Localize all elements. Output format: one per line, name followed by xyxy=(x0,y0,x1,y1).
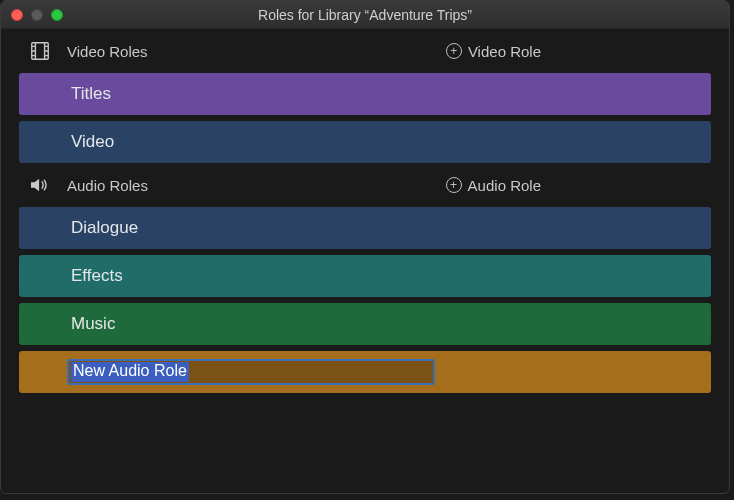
roles-editor-window: Roles for Library “Adventure Trips” Vide… xyxy=(0,0,730,494)
role-label: Music xyxy=(71,314,115,334)
role-label: Dialogue xyxy=(71,218,138,238)
role-row-titles[interactable]: Titles xyxy=(19,73,711,115)
add-audio-role-button[interactable]: Audio Role xyxy=(446,177,541,194)
add-video-role-label: Video Role xyxy=(468,43,541,60)
film-icon xyxy=(29,40,53,62)
zoom-window-button[interactable] xyxy=(51,9,63,21)
video-roles-header: Video Roles Video Role xyxy=(1,29,729,73)
audio-roles-list: Dialogue Effects Music New Audio Role xyxy=(1,207,729,393)
add-video-role-button[interactable]: Video Role xyxy=(446,43,541,60)
minimize-window-button[interactable] xyxy=(31,9,43,21)
audio-roles-header: Audio Roles Audio Role xyxy=(1,163,729,207)
speaker-icon xyxy=(29,176,53,194)
close-window-button[interactable] xyxy=(11,9,23,21)
plus-icon xyxy=(446,43,462,59)
role-name-edit-wrap: New Audio Role xyxy=(67,359,435,385)
role-row-music[interactable]: Music xyxy=(19,303,711,345)
role-label: Titles xyxy=(71,84,111,104)
add-audio-role-label: Audio Role xyxy=(468,177,541,194)
role-row-new-audio-role[interactable]: New Audio Role xyxy=(19,351,711,393)
role-row-dialogue[interactable]: Dialogue xyxy=(19,207,711,249)
role-row-effects[interactable]: Effects xyxy=(19,255,711,297)
role-name-input[interactable] xyxy=(67,359,435,385)
video-roles-label: Video Roles xyxy=(67,43,148,60)
window-controls xyxy=(1,9,63,21)
titlebar[interactable]: Roles for Library “Adventure Trips” xyxy=(1,1,729,29)
audio-roles-label: Audio Roles xyxy=(67,177,148,194)
role-label: Video xyxy=(71,132,114,152)
plus-icon xyxy=(446,177,462,193)
video-roles-list: Titles Video xyxy=(1,73,729,163)
role-label: Effects xyxy=(71,266,123,286)
window-title: Roles for Library “Adventure Trips” xyxy=(1,7,729,23)
role-row-video[interactable]: Video xyxy=(19,121,711,163)
